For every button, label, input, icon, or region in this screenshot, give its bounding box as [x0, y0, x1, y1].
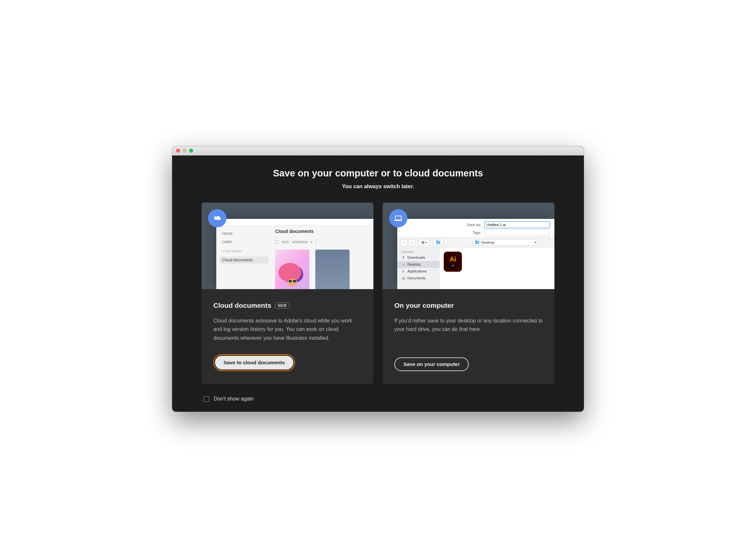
computer-card-description: If you'd rather save to your desktop or …: [394, 316, 543, 334]
nav-section: YOUR WORK: [222, 250, 269, 253]
sidebar-documents: ▤Documents: [397, 275, 440, 282]
thumbnail-gradient: [315, 250, 350, 289]
sidebar-desktop: ▭Desktop: [397, 261, 440, 268]
thumbnail-illustration: [275, 250, 309, 289]
sidebar-applications: AApplications: [397, 268, 440, 275]
dialog-subtitle: You can always switch later.: [202, 183, 554, 189]
ai-file-icon: Ai AI: [444, 252, 462, 272]
location-select: Desktop ▴▾: [473, 239, 538, 246]
laptop-icon: [389, 209, 407, 227]
cloud-documents-card: Home Learn YOUR WORK Cloud documents Clo…: [202, 203, 373, 384]
cloud-preview: Home Learn YOUR WORK Cloud documents Clo…: [202, 203, 373, 289]
save-as-label: Save As:: [467, 223, 481, 227]
dont-show-again-checkbox[interactable]: [204, 396, 209, 402]
finder-mock: Save As: Tags: ‹› ▦ ▾: [397, 219, 554, 289]
dialog-title: Save on your computer or to cloud docume…: [202, 168, 554, 179]
cloud-app-mock: Home Learn YOUR WORK Cloud documents Clo…: [216, 219, 373, 289]
nav-home: Home: [222, 231, 269, 236]
on-your-computer-card: Save As: Tags: ‹› ▦ ▾: [383, 203, 554, 384]
computer-card-title: On your computer: [394, 302, 454, 309]
view-mode-button: ▦ ▾: [419, 239, 430, 246]
computer-preview: Save As: Tags: ‹› ▦ ▾: [383, 203, 554, 289]
new-badge: NEW: [275, 303, 289, 308]
save-dialog: Save on your computer or to cloud docume…: [172, 146, 584, 412]
svg-rect-0: [395, 216, 401, 220]
cloud-icon: [208, 209, 226, 227]
maximize-window-icon[interactable]: [189, 149, 193, 153]
save-on-computer-button[interactable]: Save on your computer: [394, 357, 469, 371]
tags-input: [484, 229, 550, 236]
cloud-card-description: Cloud documents autosave to Adobe's clou…: [213, 316, 362, 343]
cloud-panel-title: Cloud documents: [275, 229, 367, 234]
tags-label: Tags:: [473, 231, 481, 234]
nav-learn: Learn: [222, 239, 269, 244]
folder-button: [433, 239, 443, 246]
close-window-icon[interactable]: [176, 149, 180, 153]
save-as-input: [484, 222, 550, 228]
nav-back-forward: ‹›: [401, 239, 415, 246]
sidebar-downloads: ⬇Downloads: [397, 254, 440, 261]
window-titlebar: [172, 146, 584, 155]
minimize-window-icon[interactable]: [183, 149, 186, 153]
sidebar-favorites-header: Favorites: [397, 250, 440, 254]
nav-cloud-documents: Cloud documents: [220, 256, 269, 264]
save-to-cloud-button[interactable]: Save to cloud documents: [215, 356, 294, 370]
cloud-card-title: Cloud documents: [213, 302, 271, 309]
dont-show-again-label[interactable]: Don't show again: [214, 396, 254, 402]
